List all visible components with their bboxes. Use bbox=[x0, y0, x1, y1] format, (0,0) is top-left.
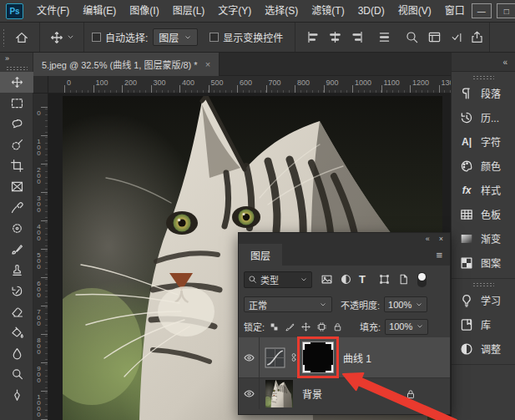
panel-item-learn[interactable]: 学习 bbox=[452, 288, 515, 312]
panel-item-libraries[interactable]: 库 bbox=[452, 312, 515, 337]
document-tab[interactable]: 5.jpeg @ 32.5% (曲线 1, 图层蒙版/8) * × bbox=[33, 53, 220, 76]
eyedropper-tool[interactable] bbox=[0, 197, 33, 218]
menu-item-2[interactable]: 图像(I) bbox=[123, 0, 165, 22]
document-title: 5.jpeg @ 32.5% (曲线 1, 图层蒙版/8) * bbox=[42, 58, 198, 71]
menu-item-7[interactable]: 3D(D) bbox=[351, 0, 391, 22]
workspace-icon[interactable] bbox=[427, 30, 442, 44]
panel-item-styles[interactable]: fx样式 bbox=[452, 178, 515, 202]
lasso-tool[interactable] bbox=[0, 114, 33, 134]
expand-panel-icon[interactable]: » bbox=[0, 53, 33, 63]
menu-item-4[interactable]: 文字(Y) bbox=[211, 0, 258, 22]
filter-pixel-layers-icon[interactable] bbox=[321, 273, 333, 286]
drag-handle[interactable] bbox=[472, 75, 494, 79]
auto-select-mode-dropdown[interactable]: 图层 bbox=[153, 28, 198, 46]
ruler-label: 1000 bbox=[35, 393, 43, 417]
clone-stamp-tool[interactable] bbox=[0, 260, 33, 281]
share-icon[interactable] bbox=[470, 30, 484, 44]
align-center-icon[interactable] bbox=[328, 30, 342, 44]
menu-item-5[interactable]: 选择(S) bbox=[258, 0, 305, 22]
align-right-icon[interactable] bbox=[350, 30, 364, 44]
panel-item-history[interactable]: 历... bbox=[452, 105, 515, 129]
horizontal-ruler[interactable]: 0100200300400500600700800900100011001200… bbox=[48, 76, 451, 94]
quick-selection-tool[interactable] bbox=[0, 134, 33, 155]
filter-type-layers-icon[interactable]: T bbox=[359, 273, 371, 286]
filter-toggle-pin[interactable] bbox=[417, 272, 427, 287]
chevron-down-icon bbox=[319, 301, 327, 309]
pen-tool[interactable] bbox=[0, 385, 33, 406]
home-icon[interactable] bbox=[14, 30, 29, 45]
drag-handle[interactable] bbox=[6, 66, 28, 70]
search-icon[interactable] bbox=[405, 30, 419, 44]
opacity-value-box[interactable]: 100% bbox=[384, 296, 427, 312]
commit-icon[interactable] bbox=[450, 31, 463, 44]
history-brush-tool[interactable] bbox=[0, 281, 33, 301]
visibility-toggle[interactable] bbox=[239, 337, 260, 377]
panel-item-paragraph[interactable]: 段落 bbox=[452, 81, 515, 105]
layer-name[interactable]: 曲线 1 bbox=[343, 351, 371, 365]
curves-adjustment-thumbnail[interactable] bbox=[265, 347, 285, 368]
tab-layers[interactable]: 图层 bbox=[239, 244, 282, 266]
layer-filter-dropdown[interactable]: 类型 bbox=[244, 271, 312, 288]
options-drag-handle[interactable] bbox=[3, 28, 6, 47]
filter-adjustment-layers-icon[interactable] bbox=[340, 273, 352, 286]
panel-item-color[interactable]: 颜色 bbox=[452, 154, 515, 178]
menu-item-3[interactable]: 图层(L) bbox=[166, 0, 212, 22]
lock-icons bbox=[269, 321, 348, 332]
lock-position-icon[interactable] bbox=[300, 321, 311, 332]
ruler-tick bbox=[237, 85, 238, 94]
crop-tool[interactable] bbox=[0, 155, 33, 176]
panel-item-adjustments[interactable]: 调整 bbox=[452, 337, 515, 361]
paint-bucket-tool[interactable] bbox=[0, 322, 33, 343]
blend-mode-dropdown[interactable]: 正常 bbox=[244, 296, 332, 312]
lock-all-icon[interactable] bbox=[332, 321, 343, 332]
layer-row-curves[interactable]: 曲线 1 bbox=[239, 337, 450, 377]
menu-item-6[interactable]: 滤镜(T) bbox=[305, 0, 351, 22]
menu-item-8[interactable]: 视图(V) bbox=[391, 0, 438, 22]
panel-item-character[interactable]: A|字符 bbox=[452, 129, 515, 154]
spot-healing-brush-tool[interactable] bbox=[0, 218, 33, 239]
close-tab-icon[interactable]: × bbox=[205, 59, 210, 69]
drag-handle[interactable] bbox=[472, 282, 494, 286]
panel-item-patterns[interactable]: 图案 bbox=[452, 250, 515, 275]
brush-tool[interactable] bbox=[0, 239, 33, 260]
filter-smart-objects-icon[interactable] bbox=[397, 273, 410, 286]
minimize-button[interactable]: — bbox=[472, 3, 492, 18]
panel-item-swatches[interactable]: 色板 bbox=[452, 202, 515, 226]
ruler-label: 100 bbox=[96, 78, 109, 87]
show-transform-checkbox[interactable] bbox=[210, 33, 219, 42]
maximize-button[interactable]: □ bbox=[497, 3, 515, 18]
ruler-label: 200 bbox=[35, 166, 43, 184]
lock-pixels-icon[interactable] bbox=[285, 321, 295, 332]
rectangular-marquee-tool[interactable] bbox=[0, 93, 33, 114]
filter-shape-layers-icon[interactable] bbox=[378, 273, 391, 286]
vertical-ruler[interactable]: 010020030040050060070080090010001100 bbox=[33, 94, 48, 420]
ruler-label: 500 bbox=[211, 78, 224, 87]
menu-item-1[interactable]: 编辑(E) bbox=[76, 0, 123, 22]
chevron-down-icon[interactable] bbox=[66, 33, 75, 42]
lock-artboard-icon[interactable] bbox=[316, 321, 327, 332]
distribute-icon[interactable] bbox=[377, 30, 391, 44]
align-left-icon[interactable] bbox=[306, 30, 321, 44]
collapse-panels-icon[interactable]: « bbox=[502, 58, 508, 67]
auto-select-checkbox[interactable] bbox=[92, 33, 101, 42]
blur-tool[interactable] bbox=[0, 343, 33, 364]
dodge-tool[interactable] bbox=[0, 364, 33, 385]
background-layer-thumbnail[interactable] bbox=[265, 380, 293, 407]
layer-mask-thumbnail[interactable] bbox=[302, 342, 334, 373]
menu-item-9[interactable]: 窗口 bbox=[438, 0, 472, 22]
move-tool[interactable] bbox=[0, 72, 33, 93]
layer-name[interactable]: 背景 bbox=[302, 387, 322, 401]
panel-item-gradients[interactable]: 渐变 bbox=[452, 226, 515, 250]
collapse-panel-icon[interactable]: « bbox=[426, 235, 431, 243]
visibility-toggle[interactable] bbox=[239, 378, 260, 409]
move-tool-preset-icon[interactable] bbox=[49, 30, 64, 45]
menu-item-0[interactable]: 文件(F) bbox=[30, 0, 76, 22]
panel-menu-icon[interactable]: ≡ bbox=[436, 244, 442, 266]
lock-transparency-icon[interactable] bbox=[269, 321, 280, 332]
ruler-label: 800 bbox=[35, 337, 43, 354]
layer-row-background[interactable]: 背景 bbox=[239, 377, 450, 409]
eraser-tool[interactable] bbox=[0, 301, 33, 322]
frame-tool[interactable] bbox=[0, 176, 33, 197]
fill-value-box[interactable]: 100% bbox=[385, 319, 428, 335]
close-panel-icon[interactable]: × bbox=[439, 235, 444, 243]
